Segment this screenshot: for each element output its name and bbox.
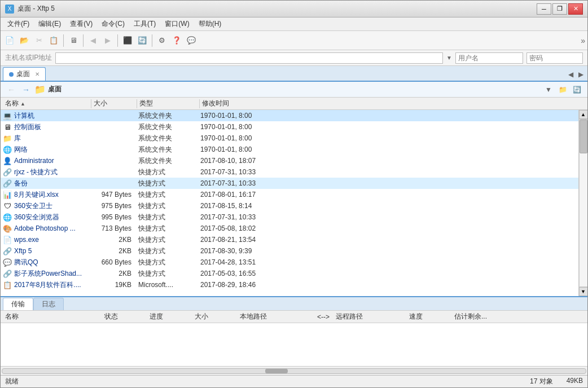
h-scroll-track[interactable] [2, 368, 586, 374]
table-row[interactable]: 📊 8月关键词.xlsx 947 Bytes 快捷方式 2017-08-01, … [1, 189, 578, 200]
col-header-name[interactable]: 名称 ▲ [1, 99, 91, 108]
username-input[interactable] [455, 52, 523, 64]
copy-icon[interactable]: 📋 [47, 34, 60, 47]
tab-desktop[interactable]: 桌面 ✕ [3, 67, 46, 81]
file-icon: 🔗 [3, 167, 12, 177]
file-icon: 🎨 [3, 224, 12, 233]
col-header-size[interactable]: 大小 [91, 99, 137, 108]
file-cell-name: 👤 Administrator [1, 156, 91, 165]
table-row[interactable]: 💻 计算机 系统文件夹 1970-01-01, 8:00 [1, 110, 578, 121]
file-name: Administrator [14, 157, 54, 165]
stop-icon[interactable]: ⬛ [121, 34, 134, 47]
scroll-thumb[interactable] [580, 120, 587, 153]
file-cell-modified: 2017-08-15, 8:14 [198, 202, 277, 210]
table-row[interactable]: 📄 wps.exe 2KB 快捷方式 2017-08-21, 13:54 [1, 234, 578, 245]
table-row[interactable]: 👤 Administrator 系统文件夹 2017-08-10, 18:07 [1, 155, 578, 166]
menu-tools[interactable]: 工具(T) [129, 18, 160, 30]
tab-log[interactable]: 日志 [33, 298, 64, 310]
table-row[interactable]: 🎨 Adobe Photoshop ... 713 Bytes 快捷方式 201… [1, 223, 578, 234]
file-cell-size: 660 Bytes [91, 258, 136, 266]
bottom-panel: 传输 日志 名称 状态 进度 大小 本地路径 <--> 远程路径 速度 估计剩余… [1, 296, 587, 375]
menu-help[interactable]: 帮助(H) [194, 18, 226, 30]
minimize-button[interactable]: ─ [537, 3, 551, 15]
scroll-down-btn[interactable]: ▼ [579, 287, 588, 296]
refresh-icon[interactable]: 🔄 [135, 34, 149, 47]
menu-view[interactable]: 查看(V) [65, 18, 97, 30]
table-row[interactable]: 📋 2017年8月软件百科.... 19KB Microsoft.... 201… [1, 279, 578, 290]
file-icon: 📊 [3, 190, 12, 199]
file-cell-modified: 2017-04-28, 13:51 [198, 258, 277, 266]
file-name: 360安全卫士 [14, 201, 52, 211]
table-row[interactable]: 🌐 360安全浏览器 995 Bytes 快捷方式 2017-07-31, 10… [1, 211, 578, 223]
h-scroll-thumb[interactable] [265, 369, 288, 373]
tab-close-btn[interactable]: ✕ [35, 71, 40, 77]
host-dropdown-arrow[interactable]: ▼ [446, 55, 452, 61]
file-cell-size: 713 Bytes [91, 224, 136, 232]
file-icon: 🔗 [3, 179, 12, 188]
scroll-track[interactable] [579, 119, 588, 287]
table-row[interactable]: 🖥 控制面板 系统文件夹 1970-01-01, 8:00 [1, 121, 578, 133]
restore-button[interactable]: ❐ [552, 3, 567, 15]
table-row[interactable]: 🔗 备份 快捷方式 2017-07-31, 10:33 [1, 178, 578, 189]
file-icon: 💬 [3, 258, 12, 267]
path-dropdown-btn[interactable]: ▼ [542, 83, 555, 96]
file-icon: 🔗 [3, 269, 12, 278]
file-icon: 🌐 [3, 213, 12, 222]
chat-icon[interactable]: 💬 [185, 34, 198, 47]
h-scroll-area[interactable] [1, 366, 587, 375]
nav-forward-btn[interactable]: → [20, 83, 32, 96]
menu-file[interactable]: 文件(F) [3, 18, 34, 30]
table-row[interactable]: 🔗 rjxz - 快捷方式 快捷方式 2017-07-31, 10:33 [1, 166, 578, 178]
bc-remote: 远程路径 [334, 312, 407, 321]
status-right: 17 对象 49KB [530, 377, 583, 386]
forward-icon[interactable]: ▶ [101, 34, 115, 47]
refresh-browser-btn[interactable]: 🔄 [571, 83, 583, 96]
file-list: 💻 计算机 系统文件夹 1970-01-01, 8:00 🖥 控制面板 系统文件… [1, 110, 578, 296]
file-name: 计算机 [14, 111, 34, 121]
file-icon: 📄 [3, 235, 12, 244]
scroll-up-btn[interactable]: ▲ [579, 110, 588, 119]
table-row[interactable]: 🔗 影子系统PowerShad... 2KB 快捷方式 2017-05-03, … [1, 268, 578, 279]
config-icon[interactable]: ⚙ [155, 34, 169, 47]
file-browser: ← → 📁 桌面 ▼ 📁 🔄 名称 ▲ 大小 类型 修改时间 [1, 82, 587, 296]
tab-nav-right[interactable]: ▶ [576, 69, 585, 80]
table-row[interactable]: 📁 库 系统文件夹 1970-01-01, 8:00 [1, 133, 578, 144]
open-icon[interactable]: 📂 [17, 34, 31, 47]
bc-status: 状态 [102, 312, 147, 321]
password-input[interactable] [526, 52, 583, 64]
tab-nav-left[interactable]: ◀ [566, 69, 575, 80]
table-row[interactable]: 🌐 网络 系统文件夹 1970-01-01, 8:00 [1, 144, 578, 155]
title-bar-buttons: ─ ❐ ✕ [537, 3, 583, 15]
menu-edit[interactable]: 编辑(E) [34, 18, 65, 30]
cut-icon[interactable]: ✂ [32, 34, 46, 47]
table-row[interactable]: 🛡 360安全卫士 975 Bytes 快捷方式 2017-08-15, 8:1… [1, 200, 578, 211]
file-cell-type: 系统文件夹 [136, 134, 198, 143]
col-header-type[interactable]: 类型 [137, 99, 199, 108]
toolbar: 📄 📂 ✂ 📋 🖥 ◀ ▶ ⬛ 🔄 ⚙ ❓ 💬 » [1, 31, 587, 50]
toolbar-overflow[interactable]: » [581, 36, 585, 45]
file-cell-name: 💻 计算机 [1, 111, 91, 121]
session-manager-icon[interactable]: 🖥 [67, 34, 80, 47]
help-icon[interactable]: ❓ [170, 34, 183, 47]
new-session-icon[interactable]: 📄 [3, 34, 16, 47]
file-cell-name: 📁 库 [1, 134, 91, 143]
new-folder-btn[interactable]: 📁 [556, 83, 569, 96]
host-input[interactable] [55, 52, 443, 64]
file-cell-name: 🔗 影子系统PowerShad... [1, 269, 91, 279]
menu-window[interactable]: 窗口(W) [160, 18, 194, 30]
close-button[interactable]: ✕ [568, 3, 583, 15]
back-icon[interactable]: ◀ [86, 34, 100, 47]
tab-transfer[interactable]: 传输 [3, 298, 33, 310]
file-name: wps.exe [14, 236, 39, 244]
table-row[interactable]: 🔗 Xftp 5 2KB 快捷方式 2017-08-30, 9:39 [1, 245, 578, 257]
col-header-modified[interactable]: 修改时间 [200, 99, 279, 108]
vertical-scrollbar[interactable]: ▲ ▼ [578, 110, 587, 296]
file-cell-type: 快捷方式 [136, 190, 198, 200]
file-cell-size: 995 Bytes [91, 213, 136, 221]
table-row[interactable]: 💬 腾讯QQ 660 Bytes 快捷方式 2017-04-28, 13:51 [1, 257, 578, 268]
menu-command[interactable]: 命令(C) [97, 18, 129, 30]
file-icon: 📁 [3, 134, 12, 143]
bc-local: 本地路径 [238, 312, 311, 321]
file-cell-name: 🖥 控制面板 [1, 122, 91, 132]
nav-back-btn[interactable]: ← [5, 83, 17, 96]
